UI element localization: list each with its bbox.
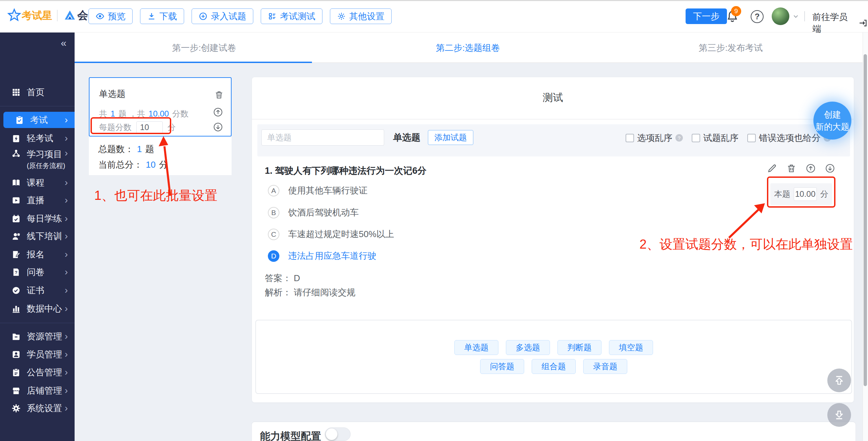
question-group-card[interactable]: 单选题 共 1 题 ，共 10.00 分数 每题分数 分 <box>89 77 232 136</box>
help-button[interactable]: ? <box>751 10 764 23</box>
download-icon <box>147 12 156 21</box>
sidebar-item-offline-training[interactable]: 线下培训 › <box>0 227 75 245</box>
ability-model-toggle[interactable] <box>325 427 351 441</box>
move-group-up-icon[interactable] <box>213 107 223 117</box>
option-c[interactable]: C 车速超过规定时速50%以上 <box>268 228 394 240</box>
sidebar-item-label: 考试 <box>30 114 48 126</box>
annotation-note-2: 2、设置试题分数，可以在此单独设置 <box>639 236 853 253</box>
form-list-icon <box>268 12 277 21</box>
shuffle-questions-checkbox[interactable] <box>692 134 700 142</box>
preview-label: 预览 <box>108 10 125 22</box>
download-button[interactable]: 下载 <box>140 8 184 24</box>
current-total-score-row: 当前总分： 10 分 <box>98 159 168 171</box>
shuffle-options-checkbox[interactable] <box>626 134 634 142</box>
trainer-person-icon <box>12 232 21 241</box>
sidebar-item-light-exam[interactable]: 轻考试 › <box>0 129 75 147</box>
delete-question-icon[interactable] <box>786 163 796 173</box>
option-b[interactable]: B 饮酒后驾驶机动车 <box>268 207 359 218</box>
notifications-button[interactable]: 9 <box>726 9 741 24</box>
sidebar-item-resources[interactable]: 资源管理 › <box>0 327 75 345</box>
gear-icon <box>337 12 346 21</box>
option-a[interactable]: A 使用其他车辆行驶证 <box>268 185 368 196</box>
create-new-group-button[interactable]: 创建 新的大题 <box>813 102 851 140</box>
chevron-right-icon: › <box>65 267 68 277</box>
next-step-label: 下一步 <box>693 10 719 22</box>
sidebar-item-daily-practice[interactable]: 每日学练 › <box>0 209 75 228</box>
type-button-qa[interactable]: 问答题 <box>480 359 524 374</box>
group-name-input[interactable] <box>261 129 384 146</box>
import-questions-button[interactable]: 录入试题 <box>192 8 253 24</box>
chevron-right-icon: › <box>65 250 68 259</box>
analysis-label: 解析： <box>265 287 291 297</box>
page-scrollbar-thumb[interactable] <box>864 54 867 386</box>
sidebar-item-learning-project[interactable]: 学习项目 › (原任务流程) <box>0 146 75 171</box>
type-button-combined[interactable]: 组合题 <box>532 359 576 374</box>
book-icon <box>12 178 21 187</box>
question-title: 1. 驾驶人有下列哪种违法行为一次记6分 <box>265 165 427 177</box>
type-button-single-choice[interactable]: 单选题 <box>454 340 498 355</box>
scroll-to-bottom-button[interactable] <box>827 403 851 427</box>
type-button-label: 组合题 <box>541 361 566 372</box>
scroll-to-top-button[interactable] <box>827 369 851 392</box>
bar-chart-icon <box>12 304 21 313</box>
import-questions-label: 录入试题 <box>211 10 246 22</box>
sidebar-item-live[interactable]: 直播 › <box>0 191 75 209</box>
sidebar-item-label: 证书 <box>27 285 44 296</box>
type-button-label: 问答题 <box>490 361 514 372</box>
help-badge-icon[interactable]: ? <box>675 134 683 142</box>
step-progress-underline <box>75 62 312 63</box>
sidebar-item-exam[interactable]: 考试 › <box>3 112 75 128</box>
edit-question-icon[interactable] <box>767 163 777 173</box>
type-buttons-row-2: 问答题 组合题 录音题 <box>480 359 627 374</box>
wrong-option-score-checkbox[interactable] <box>747 134 756 142</box>
type-button-true-false[interactable]: 判断题 <box>557 340 601 355</box>
calendar-check-icon <box>12 214 21 223</box>
type-button-multi-choice[interactable]: 多选题 <box>506 340 550 355</box>
type-button-audio[interactable]: 录音题 <box>583 359 627 374</box>
next-step-button[interactable]: 下一步 <box>686 8 727 24</box>
other-settings-button[interactable]: 其他设置 <box>330 8 392 24</box>
plus-circle-icon <box>199 12 208 21</box>
move-question-down-icon[interactable] <box>825 163 835 173</box>
sidebar-item-students[interactable]: 学员管理 › <box>0 345 75 363</box>
preview-button[interactable]: 预览 <box>88 8 133 24</box>
question-score-unit: 分 <box>820 189 828 200</box>
sidebar-item-shop[interactable]: 店铺管理 › <box>0 381 75 400</box>
create-new-group-line1: 创建 <box>824 108 841 121</box>
sidebar-item-data-center[interactable]: 数据中心 › <box>0 299 75 318</box>
question-score-input[interactable] <box>794 187 817 201</box>
sidebar-item-survey[interactable]: ? 问卷 › <box>0 263 75 281</box>
eye-icon <box>96 12 104 21</box>
group-type-label: 单选题 <box>393 129 420 146</box>
account-menu[interactable] <box>772 7 800 25</box>
sidebar-collapse-button[interactable]: « <box>61 37 66 49</box>
brand-logo-text: 考试星 <box>22 9 52 23</box>
sidebar-item-course[interactable]: 课程 › <box>0 173 75 192</box>
exam-test-button[interactable]: 考试测试 <box>261 8 322 24</box>
step-3-publish-exam[interactable]: 第三步:发布考试 <box>698 42 763 54</box>
move-group-down-icon[interactable] <box>213 122 223 132</box>
chevron-right-icon: › <box>65 304 68 313</box>
step-2-pick-questions[interactable]: 第二步:选题组卷 <box>436 42 500 54</box>
delete-group-icon[interactable] <box>214 90 224 100</box>
sidebar-item-label: 系统设置 <box>27 402 62 414</box>
sidebar-item-announcements[interactable]: 公告管理 › <box>0 363 75 381</box>
total-questions-label: 总题数： <box>98 143 134 155</box>
per-question-score-input[interactable] <box>136 121 163 133</box>
logo-divider <box>57 10 58 21</box>
sidebar-item-certificate[interactable]: 证书 › <box>0 281 75 299</box>
option-d-selected[interactable]: D 违法占用应急车道行驶 <box>268 250 376 262</box>
answer-label: 答案： <box>265 273 291 283</box>
add-question-button[interactable]: 添加试题 <box>428 130 473 145</box>
shuffle-questions-checkbox-item: 试题乱序 <box>692 132 738 144</box>
step-1-create-paper[interactable]: 第一步:创建试卷 <box>172 42 236 54</box>
sidebar-item-home[interactable]: 首页 <box>0 83 75 101</box>
type-button-fill-blank[interactable]: 填空题 <box>609 340 653 355</box>
go-student-portal-link[interactable]: 前往学员端 <box>812 11 868 35</box>
survey-doc-icon: ? <box>12 268 21 277</box>
sidebar-item-signup[interactable]: 报名 › <box>0 245 75 264</box>
sidebar-item-system-settings[interactable]: 系统设置 › <box>0 399 75 417</box>
sidebar-item-label: 数据中心 <box>27 303 62 315</box>
window-top-edge <box>0 0 868 1</box>
move-question-up-icon[interactable] <box>806 163 816 173</box>
